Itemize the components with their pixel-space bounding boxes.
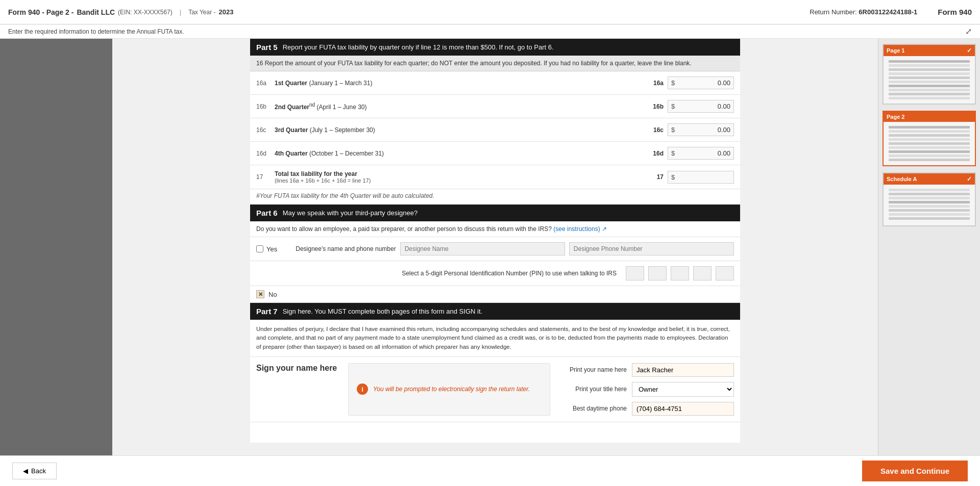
perjury-text: Under penalties of perjury, I declare th… — [250, 320, 740, 357]
line16a-value: 0.00 — [677, 79, 730, 87]
company-name: Bandit LLC — [77, 8, 115, 16]
print-name-input[interactable] — [632, 363, 734, 377]
line17-label-block: Total tax liability for the year (lines … — [275, 170, 643, 184]
part7-label: Part 7 — [256, 307, 278, 316]
line16c-num: 16c — [256, 126, 275, 134]
line17-num: 17 — [256, 173, 275, 181]
line16d-num: 16d — [256, 150, 275, 157]
yes-designee-row: Yes Designee's name and phone number — [250, 237, 740, 261]
print-title-select[interactable]: OwnerPartnerMemberCorporate OfficerOther — [632, 382, 734, 397]
line16c-label: 3rd Quarter (July 1 – September 30) — [275, 126, 643, 134]
part6-label: Part 6 — [256, 209, 278, 217]
schedule-a-label: Schedule A — [887, 176, 917, 182]
dollar-sign-16a: $ — [671, 79, 675, 87]
part6-title: May we speak with your third-party desig… — [283, 209, 418, 217]
line16c-value: 0.00 — [677, 126, 730, 134]
line17-input[interactable]: $ — [668, 171, 734, 184]
print-name-group: Print your name here — [560, 363, 734, 377]
ein: (EIN: XX-XXXX567) — [118, 9, 173, 16]
line16b-field-label: 16b — [643, 103, 664, 110]
expand-icon[interactable]: ⤢ — [965, 27, 972, 36]
save-continue-button[interactable]: Save and Continue — [862, 461, 968, 481]
pin-label: Select a 5-digit Personal Identification… — [256, 270, 622, 277]
part7-title: Sign here. You MUST complete both pages … — [283, 308, 482, 315]
yes-checkbox[interactable] — [256, 245, 263, 252]
line17-label: Total tax liability for the year — [275, 170, 643, 177]
line16c-input[interactable]: $ 0.00 — [668, 123, 734, 136]
line16d-label: 4th Quarter (October 1 – December 31) — [275, 150, 643, 157]
pin-box-5[interactable] — [716, 266, 734, 280]
line16-intro: 16 Report the amount of your FUTA tax li… — [250, 56, 740, 71]
line16a-row: 16a 1st Quarter (January 1 – March 31) 1… — [250, 71, 740, 95]
yes-checkbox-label[interactable]: Yes — [256, 245, 277, 253]
line16c-row: 16c 3rd Quarter (July 1 – September 30) … — [250, 118, 740, 142]
dollar-sign-17: $ — [671, 173, 675, 181]
page2-label: Page 2 — [887, 114, 904, 120]
page1-thumb-header: Page 1 ✓ — [884, 45, 975, 56]
pin-box-4[interactable] — [693, 266, 712, 280]
no-row: ✕ No — [250, 286, 740, 303]
tax-year: 2023 — [219, 8, 234, 16]
designee-field-label: Designee's name and phone number — [296, 245, 396, 252]
auto-note: #Your FUTA tax liability for the 4th Qua… — [250, 189, 740, 204]
phone-input[interactable] — [632, 402, 734, 416]
pin-box-2[interactable] — [648, 266, 667, 280]
line16b-input[interactable]: $ 0.00 — [668, 100, 734, 113]
line16b-label: 2nd Quarternd (April 1 – June 30) — [275, 102, 643, 111]
print-title-group: Print your title here OwnerPartnerMember… — [560, 382, 734, 397]
phone-group: Best daytime phone — [560, 402, 734, 416]
sign-prompt-box: i You will be prompted to electronically… — [348, 363, 550, 416]
page2-thumb-header: Page 2 — [884, 112, 975, 122]
form-940-label: Form 940 — [938, 8, 972, 16]
line16c-field-label: 16c — [643, 126, 664, 134]
back-label: Back — [31, 467, 46, 475]
line16d-value: 0.00 — [677, 149, 730, 157]
subtitle-text: Enter the required information to determ… — [8, 28, 184, 35]
schedule-a-check-icon: ✓ — [967, 175, 972, 183]
designee-name-input[interactable] — [400, 242, 565, 255]
line16b-num: 16b — [256, 103, 275, 110]
phone-label: Best daytime phone — [560, 405, 627, 412]
form-page-title: Form 940 - Page 2 - — [8, 8, 74, 16]
sign-prompt-text: You will be prompted to electronically s… — [373, 386, 530, 393]
line16a-num: 16a — [256, 80, 275, 87]
designee-fields: Designee's name and phone number — [296, 242, 734, 255]
page1-thumb[interactable]: Page 1 ✓ — [883, 44, 976, 105]
back-arrow-icon: ◀ — [23, 467, 28, 475]
tax-year-label: Tax Year - — [188, 9, 215, 16]
return-number: 6R003122424188-1 — [859, 8, 917, 16]
top-bar: Form 940 - Page 2 - Bandit LLC (EIN: XX-… — [0, 0, 980, 24]
subtitle-bar: Enter the required information to determ… — [0, 24, 980, 39]
line16d-row: 16d 4th Quarter (October 1 – December 31… — [250, 142, 740, 165]
back-button[interactable]: ◀ Back — [12, 463, 57, 479]
page2-thumb-content — [884, 122, 975, 165]
main-layout: Part 5 Report your FUTA tax liability by… — [0, 39, 980, 485]
bottom-bar: ◀ Back Save and Continue — [0, 455, 980, 485]
page1-thumb-content — [884, 56, 975, 104]
line16d-input[interactable]: $ 0.00 — [668, 147, 734, 160]
part6-header: Part 6 May we speak with your third-part… — [250, 204, 740, 221]
pin-row: Select a 5-digit Personal Identification… — [250, 261, 740, 286]
pin-box-3[interactable] — [671, 266, 689, 280]
line16b-row: 16b 2nd Quarternd (April 1 – June 30) 16… — [250, 95, 740, 118]
see-instructions-link[interactable]: (see instructions) ↗ — [553, 225, 607, 233]
left-spacer — [0, 39, 112, 485]
schedule-a-thumb-content — [884, 185, 975, 225]
info-icon: i — [357, 383, 368, 395]
sign-row: Sign your name here i You will be prompt… — [250, 357, 740, 422]
line17-sublabel: (lines 16a + 16b + 16c + 16d = line 17) — [275, 177, 643, 184]
line16a-input[interactable]: $ 0.00 — [668, 76, 734, 89]
line17-row: 17 Total tax liability for the year (lin… — [250, 165, 740, 189]
pin-box-1[interactable] — [626, 266, 644, 280]
form-content: Part 5 Report your FUTA tax liability by… — [250, 39, 740, 443]
page2-thumb[interactable]: Page 2 — [883, 111, 976, 166]
dollar-sign-16c: $ — [671, 126, 675, 134]
return-number-area: Return Number: 6R003122424188-1 — [810, 8, 917, 16]
schedule-a-thumb[interactable]: Schedule A ✓ — [883, 172, 976, 226]
part5-label: Part 5 — [256, 43, 278, 52]
designee-phone-input[interactable] — [569, 242, 734, 255]
line17-field-label: 17 — [643, 173, 664, 181]
part6-question: Do you want to allow an employee, a paid… — [250, 221, 740, 237]
line16b-value: 0.00 — [677, 103, 730, 110]
page1-label: Page 1 — [887, 47, 904, 54]
